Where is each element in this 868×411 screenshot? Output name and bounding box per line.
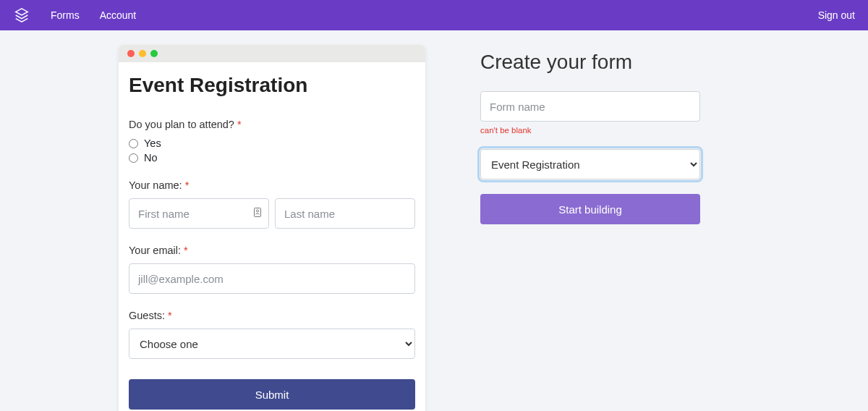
required-asterisk: * [184,245,188,256]
required-asterisk: * [237,119,242,130]
preview-title: Event Registration [129,74,415,97]
email-input[interactable] [129,263,415,294]
nav-left: Forms Account [13,7,136,24]
attend-yes-row[interactable]: Yes [129,137,415,149]
template-select[interactable]: Event Registration [480,149,700,179]
required-asterisk: * [168,310,172,321]
first-name-input[interactable] [129,198,269,229]
attend-label-text: Do you plan to attend? [129,119,237,130]
form-preview-card: Event Registration Do you plan to attend… [119,45,425,411]
name-label: Your name: * [129,179,415,191]
guests-select[interactable]: Choose one [129,329,415,359]
nav-right: Sign out [818,9,855,21]
builder-panel: Create your form can't be blank Event Re… [480,45,700,224]
attend-no-radio[interactable] [129,153,138,163]
nav-account-link[interactable]: Account [100,9,137,21]
email-field: Your email: * [129,245,415,294]
svg-marker-0 [16,9,28,15]
guests-label-text: Guests: [129,310,168,321]
form-name-input[interactable] [480,91,700,122]
logo-icon[interactable] [13,7,30,24]
name-label-text: Your name: [129,179,185,191]
main-content: Event Registration Do you plan to attend… [119,30,868,411]
form-name-error: can't be blank [480,126,700,135]
guests-field: Guests: * Choose one [129,310,415,359]
email-label: Your email: * [129,245,415,256]
nav-forms-link[interactable]: Forms [51,9,80,21]
preview-body: Event Registration Do you plan to attend… [119,62,425,411]
window-min-icon [139,50,146,57]
navbar: Forms Account Sign out [0,0,868,30]
attend-no-row[interactable]: No [129,152,415,164]
name-field: Your name: * [129,179,415,229]
last-name-input[interactable] [275,198,415,229]
required-asterisk: * [185,179,190,191]
window-max-icon [150,50,158,57]
window-close-icon [127,50,135,57]
attend-label: Do you plan to attend? * [129,119,415,130]
attend-yes-label: Yes [144,137,161,149]
start-building-button[interactable]: Start building [480,194,700,224]
guests-label: Guests: * [129,310,415,321]
submit-button[interactable]: Submit [129,379,415,410]
builder-title: Create your form [480,51,700,74]
attend-field: Do you plan to attend? * Yes No [129,119,415,164]
window-chrome [119,45,425,62]
email-label-text: Your email: [129,245,184,256]
attend-yes-radio[interactable] [129,139,138,148]
attend-no-label: No [144,152,158,164]
nav-signout-link[interactable]: Sign out [818,9,855,21]
